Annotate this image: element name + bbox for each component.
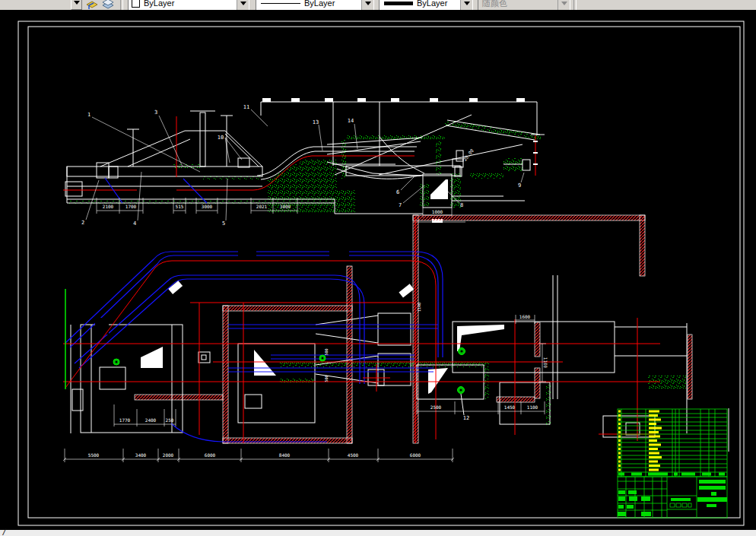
leader-label: 13 [313,119,319,125]
leader-label: 6 [396,189,399,195]
model-space-canvas[interactable]: 1 3 10 11 13 14 6 7 8 9 2 4 5 20.00 [0,0,756,536]
parts-table-yellow-text [618,411,662,471]
leader-label: 9 [518,182,521,189]
dim-label: 3400 [135,452,147,458]
dim-label: 500 [324,375,329,382]
color-combo-value: ByLayer [140,0,237,8]
lineweight-sample-icon [384,2,413,5]
command-cursor: / [2,528,7,536]
dim-label: 1450 [504,404,516,410]
color-combo[interactable]: ByLayer [128,0,249,10]
plan-centerlines [63,217,660,443]
dim-label: 1100 [543,357,548,369]
dim-label: 2500 [430,404,442,410]
plan-leader-line [461,394,464,415]
dim-label: 1140 [417,303,421,312]
make-layer-current-glyph [85,0,99,10]
leader-label: 7 [399,202,402,208]
dim-label: 1000 [432,209,443,214]
toolbar-separator [120,0,123,10]
linetype-sample-icon [261,3,300,4]
toolbar-separator [573,0,577,10]
layers-glyph [101,0,115,10]
combo-dropdown-icon [557,0,570,10]
chevron-down-icon [74,1,80,8]
lineweight-combo[interactable]: ByLayer [379,0,473,10]
gauge-tick [533,141,538,142]
pipe-gap [238,246,256,259]
plan-walls [135,215,692,443]
plan-structures [71,275,687,437]
dim-label: 1100 [527,404,538,410]
leader-label: 2 [81,220,84,226]
dim-label: 6000 [410,452,421,458]
section-view: 1 3 10 11 13 14 6 7 8 9 2 4 5 20.00 [63,98,545,227]
leader-label: 1 [87,112,91,118]
anchor-block [399,284,414,297]
linetype-combo-value: ByLayer [300,0,361,8]
object-properties-toolbar: ByLayer ByLayer ByLayer 随颜色 [0,0,756,10]
make-object-layer-current-icon[interactable] [85,0,99,10]
dim-label: 250 [166,417,174,423]
title-block [618,408,729,518]
status-strip: / [0,530,756,536]
gauge-tick [533,163,538,165]
leader-label: 5 [222,220,225,227]
dim-label: 2400 [145,417,157,423]
dim-label: 3000 [280,204,291,209]
plan-view: 12 [63,215,692,462]
dim-label: 4500 [348,452,359,458]
leader-label: 14 [348,118,354,124]
layer-combo-arrow-button[interactable] [71,0,82,10]
leader-label: 11 [243,104,249,110]
dim-label: 6000 [205,452,216,458]
sheet-border [18,21,744,525]
gauge-tick [533,152,538,154]
color-swatch-icon [132,0,140,8]
dim-label: 3000 [202,204,213,209]
penstock-pipes [65,252,443,442]
linetype-combo[interactable]: ByLayer [256,0,374,10]
pipe-gap [329,245,349,258]
dim-label: 2000 [163,452,174,458]
combo-dropdown-icon[interactable] [460,0,472,10]
layer-previous-icon[interactable] [101,0,115,10]
plotstyle-combo-value: 随颜色 [478,0,557,9]
dim-label: 2021 [256,204,268,209]
anchor-block [168,281,183,294]
combo-dropdown-icon[interactable] [361,0,373,10]
application-window: ByLayer ByLayer ByLayer 随颜色 [0,0,756,536]
dim-label: 1770 [119,417,131,423]
dim-label: 2100 [103,204,114,209]
parts-table-grid [618,409,727,477]
dim-label: 515 [176,204,184,209]
dim-label: 1700 [125,204,137,209]
plotstyle-combo: 随颜色 [478,0,570,10]
parts-table-header-text [618,473,725,476]
deck-joints [262,98,525,102]
leader-label: 3 [154,109,157,116]
combo-dropdown-icon[interactable] [237,0,249,10]
dim-label: 8400 [279,452,291,458]
dim-label: 500 [324,348,329,355]
leader-label: 12 [463,415,469,421]
leader-label: 10 [218,135,224,141]
leader-label: 8 [460,202,463,208]
dim-label: 5500 [88,452,100,458]
lineweight-combo-value: ByLayer [413,0,460,8]
dim-label: 1600 [519,314,531,319]
leader-label: 4 [133,220,136,227]
title-grid-text [618,480,727,516]
